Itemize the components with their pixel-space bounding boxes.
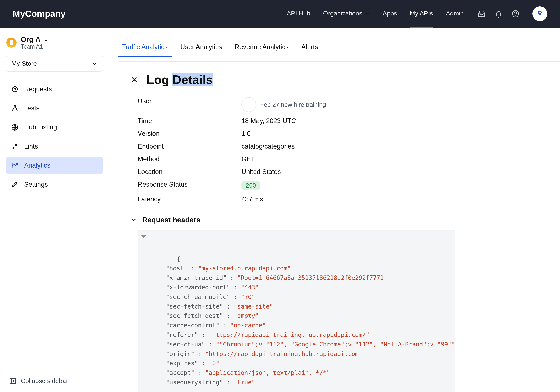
value-user: Feb 27 new hire training (241, 97, 547, 112)
pencil-icon (11, 181, 19, 188)
brand-logo[interactable]: MyCompany (13, 9, 66, 19)
value-endpoint: catalog/categories (241, 143, 547, 150)
sidebar-item-label: Settings (24, 181, 48, 188)
chevron-down-icon (130, 217, 137, 223)
sidebar-item-lints[interactable]: Lints (6, 138, 103, 155)
close-button[interactable] (130, 76, 138, 83)
sidebar-item-settings[interactable]: Settings (6, 176, 103, 193)
project-select[interactable]: My Store (6, 56, 103, 72)
value-method: GET (241, 155, 547, 163)
bell-icon[interactable] (494, 10, 503, 18)
value-latency: 437 ms (241, 195, 547, 203)
tab-user-analytics[interactable]: User Analytics (180, 43, 222, 57)
request-headers-title: Request headers (142, 216, 200, 224)
org-switcher[interactable]: Org A Team A1 (6, 34, 103, 54)
sidebar-item-label: Tests (24, 104, 40, 112)
label-response-status: Response Status (138, 181, 241, 190)
sidebar-item-label: Analytics (24, 162, 50, 169)
value-time: 18 May, 2023 UTC (241, 117, 547, 125)
main-area: Traffic Analytics User Analytics Revenue… (109, 28, 560, 392)
nav-my-apis[interactable]: My APIs (410, 10, 433, 18)
help-icon[interactable] (511, 10, 520, 18)
value-version: 1.0 (241, 130, 547, 138)
tab-alerts[interactable]: Alerts (301, 43, 318, 57)
nav-api-hub[interactable]: API Hub (287, 10, 310, 18)
chevron-down-icon (43, 37, 49, 42)
request-headers-body: { "host" : "my-store4.p.rapidapi.com" "x… (138, 230, 455, 392)
analytics-tabs: Traffic Analytics User Analytics Revenue… (109, 28, 560, 57)
svg-rect-5 (12, 40, 13, 45)
label-location: Location (138, 168, 241, 176)
label-time: Time (138, 117, 241, 125)
close-icon (130, 76, 138, 83)
sidebar-item-label: Lints (24, 143, 38, 150)
sidebar-item-requests[interactable]: Requests (6, 81, 103, 98)
sidebar-item-label: Hub Listing (24, 123, 57, 131)
label-user: User (138, 97, 241, 112)
globe-icon (11, 123, 19, 131)
svg-point-2 (539, 12, 541, 13)
panel-title: Log Details (147, 72, 213, 87)
tab-revenue-analytics[interactable]: Revenue Analytics (235, 43, 289, 57)
collapse-sidebar-label: Collapse sidebar (21, 377, 68, 385)
nav-organizations[interactable]: Organizations (323, 10, 370, 18)
request-headers-toggle[interactable]: Request headers (130, 216, 547, 224)
sidebar-item-label: Requests (24, 85, 52, 93)
svg-point-10 (13, 148, 14, 149)
project-select-label: My Store (11, 60, 37, 67)
target-icon (11, 85, 19, 93)
triangle-collapse-icon[interactable] (141, 235, 146, 238)
collapse-icon (9, 377, 17, 385)
inbox-icon[interactable] (477, 10, 486, 18)
org-badge-icon (6, 38, 17, 48)
value-response-status: 200 (241, 181, 547, 190)
org-name: Org A (21, 35, 40, 43)
sidebar: Org A Team A1 My Store Requests Tests Hu… (0, 28, 109, 392)
svg-point-6 (12, 87, 17, 92)
sidebar-item-hub-listing[interactable]: Hub Listing (6, 119, 103, 136)
svg-point-1 (515, 15, 516, 16)
top-nav: MyCompany API Hub Organizations Apps My … (0, 0, 560, 28)
chevron-down-icon (92, 61, 97, 66)
chart-icon (11, 162, 19, 169)
label-latency: Latency (138, 195, 241, 203)
svg-point-7 (14, 88, 16, 90)
svg-rect-4 (11, 40, 12, 45)
svg-rect-3 (10, 40, 11, 45)
nav-links: API Hub Organizations Apps My APIs Admin (287, 10, 464, 18)
status-badge: 200 (241, 181, 260, 190)
team-name: Team A1 (21, 43, 49, 50)
nav-admin[interactable]: Admin (446, 10, 464, 18)
tab-traffic-analytics[interactable]: Traffic Analytics (122, 43, 168, 57)
svg-point-9 (15, 144, 17, 146)
collapse-sidebar[interactable]: Collapse sidebar (6, 375, 103, 388)
label-version: Version (138, 130, 241, 138)
log-details-grid: User Feb 27 new hire training Time 18 Ma… (138, 97, 547, 203)
label-method: Method (138, 155, 241, 163)
beaker-icon (11, 104, 19, 112)
nav-organizations-label: Organizations (323, 10, 362, 17)
sliders-icon (11, 143, 19, 150)
nav-icons (477, 6, 547, 21)
sidebar-item-analytics[interactable]: Analytics (6, 157, 103, 174)
label-endpoint: Endpoint (138, 143, 241, 150)
chevron-down-icon (364, 10, 370, 16)
nav-apps[interactable]: Apps (383, 10, 397, 18)
user-name: Feb 27 new hire training (260, 101, 326, 108)
avatar[interactable] (532, 6, 547, 21)
sidebar-item-tests[interactable]: Tests (6, 100, 103, 117)
log-details-panel: Log Details User Feb 27 new hire trainin… (118, 61, 560, 392)
user-avatar-icon (241, 97, 256, 112)
value-location: United States (241, 168, 547, 176)
